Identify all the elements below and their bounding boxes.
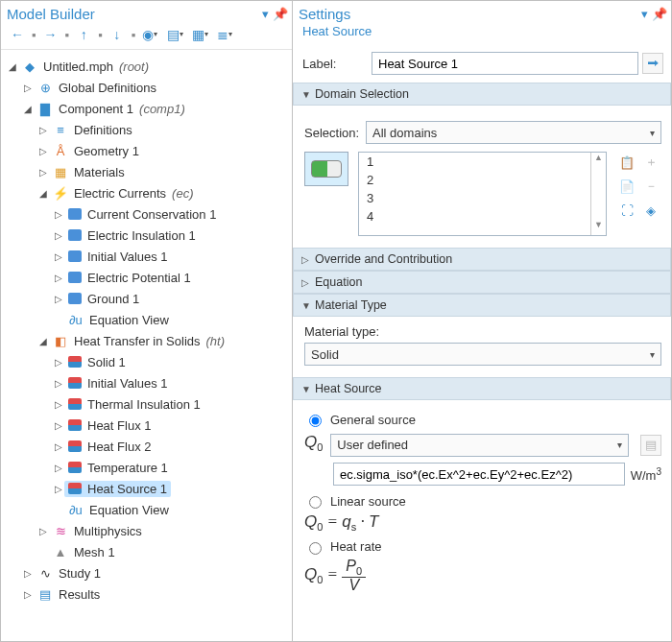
tree-node[interactable]: ▷▦Materials: [3, 161, 290, 182]
chevron-right-icon[interactable]: ▷: [53, 357, 64, 368]
radio-linear-row[interactable]: Linear source: [304, 493, 661, 509]
chevron-right-icon[interactable]: ▷: [37, 526, 49, 536]
chevron-right-icon[interactable]: ▷: [22, 83, 34, 93]
tree-node[interactable]: ◢⚡Electric Currents (ec): [3, 182, 290, 203]
chevron-right-icon[interactable]: ▷: [37, 125, 49, 135]
domain-item[interactable]: 1: [359, 153, 606, 171]
nav-back-button[interactable]: ←: [7, 26, 28, 43]
label-input[interactable]: [372, 52, 638, 75]
pin-icon[interactable]: 📌: [273, 7, 288, 21]
tree-node[interactable]: ▷⊕Global Definitions: [3, 77, 290, 98]
scroll-up-icon[interactable]: ▲: [591, 153, 606, 168]
domain-item[interactable]: 4: [359, 207, 606, 226]
scroll-down-icon[interactable]: ▼: [591, 220, 606, 235]
tree-node[interactable]: ▷ Initial Values 1: [3, 246, 290, 267]
tree-node[interactable]: ▷ Electric Insulation 1: [3, 225, 290, 246]
add-selection-button[interactable]: ＋: [640, 152, 661, 173]
chevron-right-icon[interactable]: ▷: [53, 484, 64, 494]
radio-heatrate[interactable]: [309, 542, 322, 555]
tree-node[interactable]: ▷▤Results: [3, 583, 290, 605]
remove-selection-button[interactable]: －: [640, 176, 661, 197]
tree-node[interactable]: ▷≡Definitions: [3, 119, 290, 140]
chevron-right-icon[interactable]: ▷: [53, 251, 64, 262]
goto-source-button[interactable]: ⮕: [642, 53, 663, 74]
tree-node[interactable]: ▷∿Study 1: [3, 562, 290, 583]
tree-node[interactable]: ▷ Heat Source 1: [3, 478, 290, 499]
domain-list[interactable]: 1234 ▲ ▼: [358, 152, 607, 236]
panel-menu-icon[interactable]: ▾: [636, 7, 652, 21]
heat-source-body: General source Q0 User defined ▤ W/m3 Li…: [302, 400, 663, 610]
chevron-right-icon[interactable]: ▷: [53, 441, 64, 452]
q0-expression-input[interactable]: [333, 463, 625, 486]
q0-info-button[interactable]: ▤: [640, 435, 661, 456]
section-material-type[interactable]: Material Type: [293, 294, 671, 317]
nav-up-button[interactable]: ↑: [73, 26, 94, 43]
tree-options-button[interactable]: ≣: [214, 26, 235, 43]
radio-heatrate-row[interactable]: Heat rate: [304, 539, 661, 555]
create-selection-button[interactable]: ◈: [640, 200, 661, 221]
tree-node[interactable]: ▷ Ground 1: [3, 288, 290, 309]
chevron-right-icon[interactable]: ▷: [53, 378, 64, 389]
panel-menu-icon[interactable]: ▾: [257, 7, 273, 21]
chevron-right-icon[interactable]: ▷: [53, 420, 64, 431]
chevron-right-icon[interactable]: ▷: [53, 399, 64, 410]
tree-node[interactable]: ∂uEquation View: [3, 499, 290, 520]
domain-item[interactable]: 2: [359, 171, 606, 189]
chevron-right-icon[interactable]: ▷: [37, 146, 49, 156]
radio-linear[interactable]: [309, 496, 322, 509]
tree-node-tag: (ec): [172, 186, 193, 201]
chevron-down-icon[interactable]: ◢: [37, 336, 49, 346]
tree-node[interactable]: ◢▇Component 1 (comp1): [3, 98, 290, 119]
material-type-combo[interactable]: Solid: [304, 343, 661, 366]
expand-button[interactable]: ▦: [189, 26, 210, 43]
pin-icon[interactable]: 📌: [652, 7, 667, 21]
chevron-down-icon[interactable]: ◢: [37, 188, 49, 199]
tree-node-label: Heat Source 1: [87, 482, 167, 496]
tree-node[interactable]: ∂uEquation View: [3, 309, 290, 330]
section-heat-source[interactable]: Heat Source: [293, 377, 671, 400]
tree-node[interactable]: ◢◆Untitled.mph (root): [3, 56, 290, 77]
tree-node[interactable]: ▷ Solid 1: [3, 351, 290, 372]
nav-down-button[interactable]: ↓: [107, 26, 128, 43]
model-tree[interactable]: ◢◆Untitled.mph (root)▷⊕Global Definition…: [1, 50, 292, 641]
collapse-button[interactable]: ▤: [164, 26, 185, 43]
chevron-right-icon[interactable]: ▷: [53, 463, 64, 473]
tree-node[interactable]: ▷ Temperature 1: [3, 457, 290, 478]
tree-node[interactable]: ▷≋Multiphysics: [3, 520, 290, 541]
chevron-down-icon[interactable]: ◢: [22, 104, 34, 114]
tree-node[interactable]: ▷ Electric Potential 1: [3, 267, 290, 288]
chevron-right-icon[interactable]: ▷: [53, 294, 64, 304]
paste-selection-button[interactable]: 📋: [616, 152, 637, 173]
q0-mode-combo[interactable]: User defined: [330, 434, 629, 457]
chevron-right-icon[interactable]: ▷: [53, 273, 64, 283]
chevron-right-icon[interactable]: ▷: [22, 568, 34, 579]
phys-icon: ⚡: [53, 185, 68, 201]
domain-item[interactable]: 3: [359, 189, 606, 207]
tree-node[interactable]: ▷ Thermal Insulation 1: [3, 393, 290, 415]
chevron-right-icon[interactable]: ▷: [53, 209, 64, 220]
zoom-selection-button[interactable]: ⛶: [616, 200, 637, 221]
tree-node[interactable]: ▷ÅGeometry 1: [3, 140, 290, 161]
active-toggle-button[interactable]: [304, 152, 348, 186]
section-override[interactable]: Override and Contribution: [293, 248, 671, 271]
tree-node[interactable]: ▷ Current Conservation 1: [3, 203, 290, 225]
show-button[interactable]: ◉: [139, 26, 160, 43]
chevron-right-icon[interactable]: ▷: [53, 230, 64, 241]
nav-forward-button[interactable]: →: [40, 26, 61, 43]
tree-node[interactable]: ◢◧Heat Transfer in Solids (ht): [3, 330, 290, 351]
tree-node[interactable]: ▲Mesh 1: [3, 541, 290, 562]
tree-node-label: Multiphysics: [74, 524, 142, 538]
radio-general-row[interactable]: General source: [304, 412, 661, 427]
tree-node[interactable]: ▷ Initial Values 1: [3, 372, 290, 393]
copy-selection-button[interactable]: 📄: [616, 176, 637, 197]
chevron-right-icon[interactable]: ▷: [37, 167, 49, 178]
scrollbar[interactable]: ▲ ▼: [590, 153, 606, 235]
radio-general[interactable]: [309, 415, 322, 427]
selection-combo[interactable]: All domains: [366, 121, 661, 144]
tree-node[interactable]: ▷ Heat Flux 2: [3, 436, 290, 457]
chevron-right-icon[interactable]: ▷: [22, 589, 34, 600]
section-equation[interactable]: Equation: [293, 271, 671, 294]
section-domain-selection[interactable]: Domain Selection: [293, 83, 671, 106]
tree-node[interactable]: ▷ Heat Flux 1: [3, 415, 290, 436]
chevron-down-icon[interactable]: ◢: [7, 61, 18, 72]
